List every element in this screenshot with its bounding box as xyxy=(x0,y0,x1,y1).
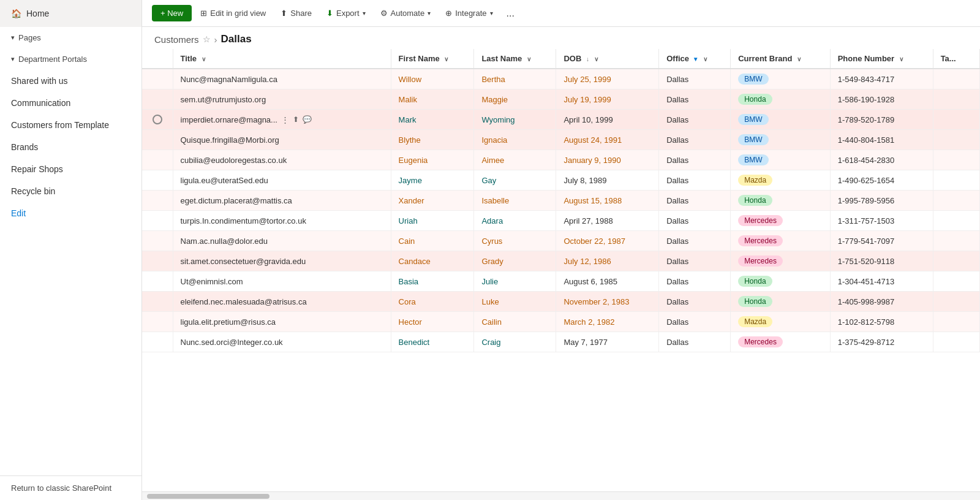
sidebar-item-recycle-bin[interactable]: Recycle bin xyxy=(0,180,141,202)
row-title[interactable]: Ut@enimnisl.com xyxy=(173,271,391,292)
th-office-filter-icon: ▼ xyxy=(693,56,699,63)
row-dob: July 19, 1999 xyxy=(556,89,659,110)
row-first-name: Uriah xyxy=(391,211,474,231)
th-tags[interactable]: Ta... xyxy=(933,49,979,69)
row-dob: October 22, 1987 xyxy=(556,231,659,251)
row-office: Dallas xyxy=(659,211,731,231)
row-last-name: Ignacia xyxy=(474,130,556,150)
row-tags xyxy=(933,292,979,312)
sidebar-group-pages[interactable]: ▾ Pages xyxy=(0,27,141,48)
more-options-button[interactable]: ... xyxy=(502,6,519,21)
brand-badge: BMW xyxy=(738,74,768,85)
row-title[interactable]: Nunc.sed.orci@Integer.co.uk xyxy=(173,332,391,352)
brand-badge: BMW xyxy=(738,154,768,165)
table-row: Nam.ac.nulla@dolor.eduCainCyrusOctober 2… xyxy=(142,231,980,251)
table-row: sit.amet.consectetuer@gravida.eduCandace… xyxy=(142,251,980,271)
row-title[interactable]: ligula.elit.pretium@risus.ca xyxy=(173,312,391,332)
row-office: Dallas xyxy=(659,170,731,191)
sidebar-item-customers-template[interactable]: Customers from Template xyxy=(0,114,141,136)
row-dob: July 12, 1986 xyxy=(556,251,659,271)
integrate-button[interactable]: ⊕ Integrate ▾ xyxy=(439,5,499,21)
row-select-cell[interactable] xyxy=(142,231,173,251)
export-button[interactable]: ⬇ Export ▾ xyxy=(320,5,372,21)
row-comment-icon[interactable]: 💬 xyxy=(303,115,312,124)
row-title[interactable]: turpis.In.condimentum@tortor.co.uk xyxy=(173,211,391,231)
integrate-label: Integrate xyxy=(455,9,486,18)
row-first-name: Willow xyxy=(391,69,474,89)
row-title[interactable]: Nam.ac.nulla@dolor.edu xyxy=(173,231,391,251)
breadcrumb: Customers ☆ › Dallas xyxy=(142,27,980,49)
th-last-name[interactable]: Last Name ∨ xyxy=(474,49,556,69)
th-phone-number[interactable]: Phone Number ∨ xyxy=(830,49,933,69)
row-select-cell[interactable] xyxy=(142,312,173,332)
sidebar-item-repair-shops[interactable]: Repair Shops xyxy=(0,158,141,180)
row-current-brand: BMW xyxy=(731,110,830,130)
row-select-cell[interactable] xyxy=(142,69,173,89)
sidebar-recycle-bin-label: Recycle bin xyxy=(11,186,55,196)
automate-chevron-icon: ▾ xyxy=(428,10,431,17)
sidebar-item-communication[interactable]: Communication xyxy=(0,92,141,114)
row-share-icon[interactable]: ⬆ xyxy=(293,115,299,124)
row-phone-number: 1-995-789-5956 xyxy=(830,191,933,211)
row-title[interactable]: Quisque.fringilla@Morbi.org xyxy=(173,130,391,150)
row-select-cell[interactable] xyxy=(142,170,173,191)
table-row: turpis.In.condimentum@tortor.co.ukUriahA… xyxy=(142,211,980,231)
sidebar-item-shared[interactable]: Shared with us xyxy=(0,70,141,92)
th-title[interactable]: Title ∨ xyxy=(173,49,391,69)
sidebar-item-edit[interactable]: Edit xyxy=(0,202,141,224)
row-title[interactable]: sit.amet.consectetuer@gravida.edu xyxy=(173,251,391,271)
th-first-name[interactable]: First Name ∨ xyxy=(391,49,474,69)
brand-badge: Mercedes xyxy=(738,336,783,347)
row-title[interactable]: eget.dictum.placerat@mattis.ca xyxy=(173,191,391,211)
scrollbar-thumb[interactable] xyxy=(147,494,270,499)
row-select-cell[interactable] xyxy=(142,89,173,110)
row-more-icon[interactable]: ⋮ xyxy=(281,115,289,124)
row-select-cell[interactable] xyxy=(142,271,173,292)
row-select-cell[interactable] xyxy=(142,150,173,170)
row-phone-number: 1-751-520-9118 xyxy=(830,251,933,271)
row-title[interactable]: ligula.eu@uteratSed.edu xyxy=(173,170,391,191)
th-current-brand[interactable]: Current Brand ∨ xyxy=(731,49,830,69)
row-office: Dallas xyxy=(659,271,731,292)
row-radio[interactable] xyxy=(153,115,162,124)
row-title[interactable]: Nunc@magnaNamligula.ca xyxy=(173,69,391,89)
row-title-cell[interactable]: imperdiet.ornare@magna...⋮⬆💬 xyxy=(173,110,391,130)
automate-button[interactable]: ⚙ Automate ▾ xyxy=(374,5,437,21)
th-office-sort-icon: ∨ xyxy=(703,56,707,63)
row-phone-number: 1-618-454-2830 xyxy=(830,150,933,170)
row-select-cell[interactable] xyxy=(142,191,173,211)
horizontal-scrollbar[interactable] xyxy=(142,491,980,500)
new-button[interactable]: + New xyxy=(152,5,192,21)
table-row: ligula.elit.pretium@risus.caHectorCailin… xyxy=(142,312,980,332)
row-current-brand: BMW xyxy=(731,130,830,150)
sidebar-return-classic[interactable]: Return to classic SharePoint xyxy=(0,475,141,500)
row-tags xyxy=(933,130,979,150)
table-row: sem.ut@rutrumjusto.orgMalikMaggieJuly 19… xyxy=(142,89,980,110)
share-button[interactable]: ⬆ Share xyxy=(274,5,318,21)
th-last-name-sort-icon: ∨ xyxy=(527,56,531,63)
row-select-cell[interactable] xyxy=(142,110,173,130)
sidebar-group-dept[interactable]: ▾ Department Portals xyxy=(0,48,141,70)
sidebar-item-home[interactable]: 🏠 Home xyxy=(0,0,141,27)
sidebar-item-brands[interactable]: Brands xyxy=(0,136,141,158)
row-select-cell[interactable] xyxy=(142,130,173,150)
row-title[interactable]: cubilia@eudoloregestas.co.uk xyxy=(173,150,391,170)
favorite-star-icon[interactable]: ☆ xyxy=(203,34,211,44)
edit-grid-button[interactable]: ⊞ Edit in grid view xyxy=(194,5,272,21)
row-dob: July 25, 1999 xyxy=(556,69,659,89)
row-title[interactable]: sem.ut@rutrumjusto.org xyxy=(173,89,391,110)
row-title[interactable]: eleifend.nec.malesuada@atrisus.ca xyxy=(173,292,391,312)
home-icon: 🏠 xyxy=(11,9,21,18)
row-dob: April 10, 1999 xyxy=(556,110,659,130)
row-select-cell[interactable] xyxy=(142,292,173,312)
row-select-cell[interactable] xyxy=(142,332,173,352)
breadcrumb-parent[interactable]: Customers xyxy=(154,34,199,45)
chevron-down-icon-2: ▾ xyxy=(11,55,15,63)
th-dob[interactable]: DOB ↓ ∨ xyxy=(556,49,659,69)
th-office[interactable]: Office ▼ ∨ xyxy=(659,49,731,69)
row-tags xyxy=(933,69,979,89)
export-label: Export xyxy=(336,9,360,18)
row-select-cell[interactable] xyxy=(142,211,173,231)
row-office: Dallas xyxy=(659,292,731,312)
row-select-cell[interactable] xyxy=(142,251,173,271)
